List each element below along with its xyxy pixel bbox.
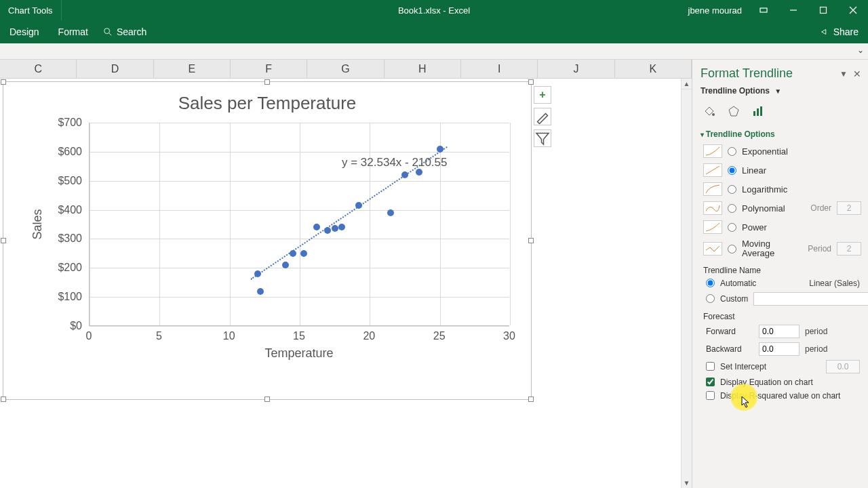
checkbox-set-intercept[interactable] — [706, 362, 715, 371]
resize-handle[interactable] — [1, 79, 6, 85]
option-power[interactable]: Power — [692, 218, 868, 237]
funnel-icon — [534, 130, 551, 146]
option-moving-average[interactable]: Moving Average Period — [692, 237, 868, 262]
ma-period-input[interactable] — [837, 242, 861, 256]
ribbon-display-options[interactable] — [749, 0, 778, 20]
option-logarithmic[interactable]: Logarithmic — [692, 180, 868, 199]
data-point[interactable] — [313, 224, 320, 230]
col-header[interactable]: C — [0, 60, 77, 78]
trendline-options-tab[interactable] — [749, 102, 767, 120]
chevron-down-icon[interactable]: ▼ — [774, 87, 781, 95]
col-header[interactable]: F — [231, 60, 307, 78]
col-header[interactable]: E — [154, 60, 231, 78]
svg-line-12 — [706, 166, 719, 174]
name-custom-row[interactable]: Custom — [692, 290, 868, 308]
svg-rect-2 — [821, 7, 827, 14]
set-intercept-label: Set Intercept — [720, 362, 766, 371]
data-point[interactable] — [300, 250, 307, 257]
backward-label: Backward — [706, 344, 753, 354]
svg-point-5 — [104, 28, 110, 34]
radio-moving-average[interactable] — [728, 245, 736, 253]
radio-name-automatic[interactable] — [706, 279, 715, 287]
display-r-squared-label: Display R-squared value on chart — [720, 391, 840, 401]
poly-order-input[interactable] — [837, 201, 861, 215]
vertical-scrollbar[interactable]: ▲ ▼ — [681, 79, 692, 488]
name-automatic-row[interactable]: Automatic Linear (Sales) — [692, 277, 868, 290]
close-button[interactable] — [838, 0, 868, 20]
data-point[interactable] — [282, 262, 289, 268]
data-point[interactable] — [257, 288, 264, 295]
format-trendline-pane: Format Trendline ▼ ✕ Trendline Options ▼ — [692, 60, 868, 488]
chart-object[interactable]: Sales per Temperature Sales $0$100$200$3… — [3, 81, 532, 400]
svg-rect-0 — [760, 8, 767, 12]
trendline-equation-label[interactable]: y = 32.534x - 210.55 — [342, 156, 447, 169]
power-icon — [703, 220, 722, 234]
scroll-up-icon[interactable]: ▲ — [682, 79, 692, 89]
radio-exponential[interactable] — [728, 147, 736, 156]
radio-name-custom[interactable] — [706, 294, 715, 303]
column-headers: C D E F G H I J K — [0, 60, 692, 79]
backward-input[interactable] — [759, 342, 800, 356]
data-point[interactable] — [416, 169, 422, 176]
effects-tab[interactable] — [725, 102, 743, 120]
chart-add-element-button[interactable]: + — [534, 86, 551, 104]
share-button[interactable]: Share — [820, 26, 859, 37]
radio-linear[interactable] — [728, 166, 736, 175]
trendline-name-header: Trendline Name — [692, 262, 868, 277]
resize-handle[interactable] — [528, 396, 534, 402]
ribbon-area: ⌄ — [0, 43, 868, 60]
col-header[interactable]: D — [77, 60, 153, 78]
resize-handle[interactable] — [528, 238, 534, 243]
radio-polynomial[interactable] — [728, 204, 736, 213]
resize-handle[interactable] — [528, 79, 534, 85]
chart-styles-button[interactable] — [534, 108, 551, 125]
search-icon — [103, 27, 113, 37]
resize-handle[interactable] — [264, 396, 270, 402]
maximize-button[interactable] — [808, 0, 838, 20]
data-point[interactable] — [387, 209, 394, 216]
section-trendline-options[interactable]: Trendline Options — [692, 127, 868, 142]
option-polynomial[interactable]: Polynomial Order — [692, 199, 868, 218]
plot-area[interactable]: y = 32.534x - 210.55 — [89, 123, 509, 326]
pane-dropdown-icon[interactable]: ▼ — [840, 69, 848, 79]
checkbox-display-equation[interactable] — [706, 378, 715, 386]
auto-name-value: Linear (Sales) — [809, 279, 860, 288]
option-linear[interactable]: Linear — [692, 161, 868, 180]
pane-close-icon[interactable]: ✕ — [853, 68, 861, 79]
col-header[interactable]: J — [538, 60, 614, 78]
x-axis-title[interactable]: Temperature — [89, 346, 509, 361]
resize-handle[interactable] — [1, 396, 6, 402]
expand-ribbon-icon[interactable]: ⌄ — [857, 45, 864, 55]
option-exponential[interactable]: Exponential — [692, 142, 868, 161]
bar-chart-icon — [751, 104, 765, 118]
trendline-options-dropdown[interactable]: Trendline Options — [701, 86, 770, 96]
y-axis-title[interactable]: Sales — [31, 209, 45, 239]
radio-power[interactable] — [728, 223, 736, 232]
col-header[interactable]: G — [307, 60, 384, 78]
linear-icon — [703, 163, 722, 177]
radio-logarithmic[interactable] — [728, 185, 736, 194]
custom-name-input[interactable] — [753, 292, 868, 306]
resize-handle[interactable] — [264, 79, 270, 85]
fill-line-tab[interactable] — [701, 102, 718, 120]
share-icon — [820, 27, 829, 37]
minimize-button[interactable] — [778, 0, 808, 20]
chart-filter-button[interactable] — [534, 129, 551, 147]
col-header[interactable]: I — [461, 60, 538, 78]
forward-input[interactable] — [759, 325, 800, 338]
checkbox-display-r-squared[interactable] — [706, 391, 715, 400]
search-box[interactable]: Search — [103, 26, 146, 37]
worksheet-area: C D E F G H I J K Sales per Temperature — [0, 60, 692, 488]
data-point[interactable] — [338, 224, 345, 230]
set-intercept-input[interactable] — [826, 360, 860, 373]
polynomial-icon — [703, 201, 722, 215]
pane-title: Format Trendline — [701, 66, 840, 81]
chart-title[interactable]: Sales per Temperature — [3, 93, 531, 114]
tab-format[interactable]: Format — [49, 20, 98, 43]
scroll-down-icon[interactable]: ▼ — [682, 477, 692, 488]
tab-design[interactable]: Design — [0, 20, 49, 43]
resize-handle[interactable] — [1, 238, 6, 243]
data-point[interactable] — [332, 225, 338, 232]
col-header[interactable]: K — [615, 60, 692, 78]
col-header[interactable]: H — [384, 60, 461, 78]
